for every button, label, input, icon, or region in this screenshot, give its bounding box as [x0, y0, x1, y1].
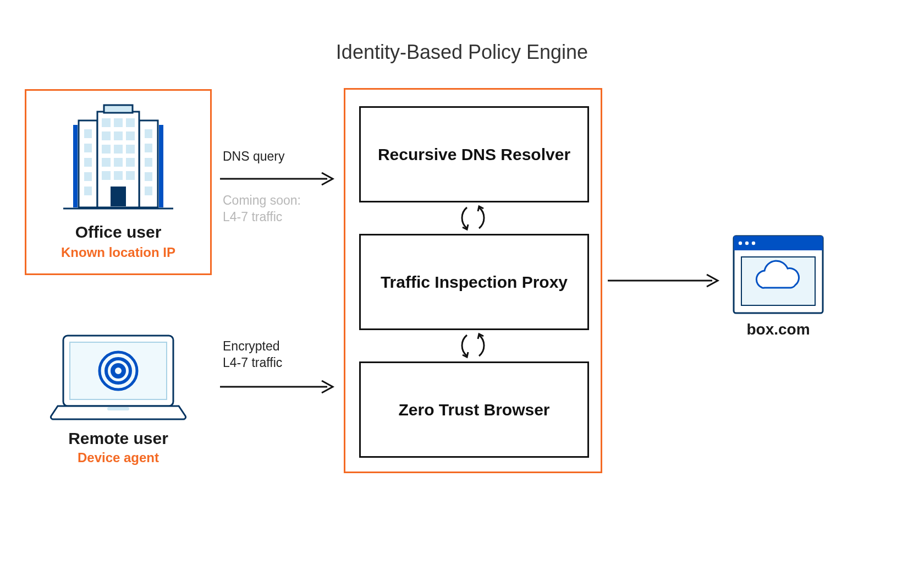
office-user-title: Office user	[26, 223, 210, 242]
office-user-subtitle: Known location IP	[26, 245, 210, 260]
remote-user-block: Remote user Device agent	[33, 330, 204, 465]
swap-arrows-icon	[345, 330, 601, 361]
destination-label: box.com	[729, 321, 828, 338]
svg-rect-19	[102, 131, 111, 140]
svg-rect-16	[102, 118, 111, 127]
laptop-icon	[33, 330, 204, 424]
svg-point-45	[745, 242, 749, 245]
remote-user-title: Remote user	[33, 429, 204, 448]
arrow-label-coming-soon: Coming soon: L4-7 traffic	[223, 193, 301, 226]
svg-rect-6	[84, 158, 92, 167]
destination-block: box.com	[729, 234, 828, 338]
arrow-engine-to-destination	[608, 272, 723, 289]
svg-rect-4	[84, 129, 92, 138]
remote-user-subtitle: Device agent	[33, 450, 204, 465]
svg-rect-28	[102, 171, 111, 180]
browser-window-icon	[729, 234, 828, 316]
svg-rect-10	[145, 144, 152, 152]
office-building-icon	[26, 98, 210, 220]
svg-rect-9	[145, 129, 152, 138]
engine-box-traffic-proxy: Traffic Inspection Proxy	[359, 234, 589, 330]
arrow-remote-to-engine	[220, 379, 338, 395]
engine-box-zero-trust-browser: Zero Trust Browser	[359, 361, 589, 458]
diagram-stage: Identity-Based Policy Engine	[0, 0, 924, 581]
arrow-office-to-engine	[220, 171, 338, 187]
swap-arrows-icon	[345, 202, 601, 234]
svg-point-44	[739, 242, 742, 245]
svg-rect-30	[126, 171, 135, 180]
svg-rect-20	[114, 131, 123, 140]
svg-rect-29	[114, 171, 123, 180]
svg-rect-8	[84, 187, 92, 195]
svg-rect-23	[114, 145, 123, 154]
svg-rect-38	[107, 407, 129, 410]
svg-rect-1	[159, 125, 163, 207]
svg-rect-25	[102, 158, 111, 167]
svg-rect-27	[126, 158, 135, 167]
arrow-label-dns-query: DNS query	[223, 149, 284, 165]
svg-rect-17	[114, 118, 123, 127]
svg-point-46	[752, 242, 755, 245]
office-user-card: Office user Known location IP	[25, 89, 212, 275]
svg-rect-11	[145, 158, 152, 167]
svg-rect-7	[84, 172, 92, 181]
engine-box-dns-resolver: Recursive DNS Resolver	[359, 106, 589, 202]
svg-rect-5	[84, 144, 92, 152]
arrow-label-encrypted: Encrypted L4-7 traffic	[223, 338, 282, 371]
svg-rect-22	[102, 145, 111, 154]
svg-rect-26	[114, 158, 123, 167]
diagram-title: Identity-Based Policy Engine	[0, 41, 924, 64]
svg-rect-21	[126, 131, 135, 140]
svg-rect-18	[126, 118, 135, 127]
svg-rect-24	[126, 145, 135, 154]
svg-rect-15	[104, 105, 133, 113]
svg-rect-0	[73, 125, 78, 207]
svg-rect-13	[145, 187, 152, 195]
policy-engine: Recursive DNS Resolver Traffic Inspectio…	[344, 88, 602, 473]
svg-rect-31	[111, 187, 126, 206]
svg-rect-12	[145, 172, 152, 181]
